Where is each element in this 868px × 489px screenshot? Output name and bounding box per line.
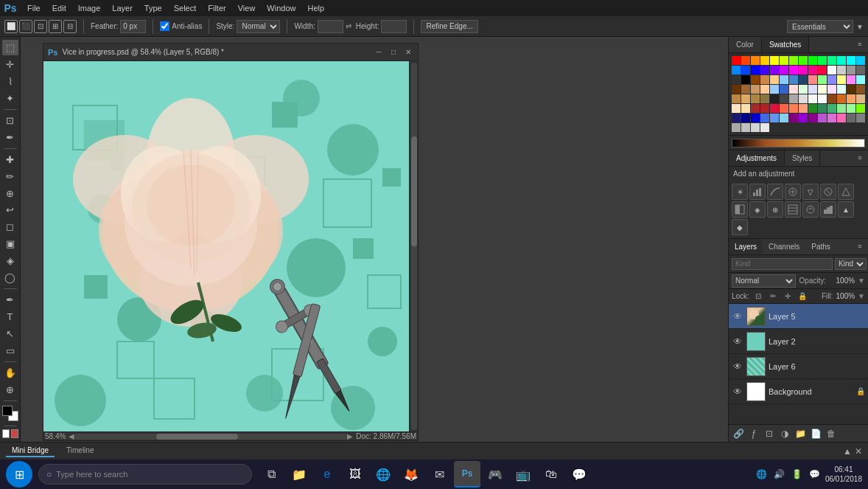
adjustments-panel-menu-btn[interactable]: ≡ (855, 153, 865, 163)
color-tab[interactable]: Color (729, 37, 762, 52)
swatch-17[interactable] (760, 66, 769, 74)
lasso-tool-btn[interactable]: ⌇ (2, 74, 18, 89)
swatch-32[interactable] (770, 75, 779, 84)
swatch-70[interactable] (732, 104, 741, 113)
add-mask-btn[interactable]: ⊡ (763, 427, 776, 440)
swatch-79[interactable] (818, 104, 827, 113)
swatch-97[interactable] (856, 114, 865, 122)
swatch-98[interactable] (732, 123, 741, 132)
taskbar-task-view[interactable]: ⧉ (258, 461, 284, 488)
foreground-color[interactable] (2, 406, 13, 416)
taskbar-media[interactable]: 📺 (510, 461, 536, 488)
swatch-37[interactable] (818, 75, 827, 84)
taskbar-clock[interactable]: 06:41 06/01/2018 (825, 465, 862, 484)
menu-filter[interactable]: Filter (203, 2, 231, 14)
layer-item-layer6[interactable]: 👁 Layer 6 (729, 354, 868, 379)
swatch-14[interactable] (732, 66, 741, 74)
status-expand-btn[interactable]: ✕ (855, 446, 862, 457)
swatch-78[interactable] (808, 104, 817, 113)
layer-item-layer2[interactable]: 👁 Layer 2 (729, 329, 868, 354)
taskbar-network-icon[interactable]: 🌐 (755, 461, 769, 488)
new-layer-btn[interactable]: 📄 (809, 427, 822, 440)
path-tool-btn[interactable]: ↖ (2, 326, 18, 341)
swatch-100[interactable] (751, 123, 760, 132)
swatch-83[interactable] (856, 104, 865, 113)
pen-tool-btn[interactable]: ✒ (2, 292, 18, 308)
healing-tool-btn[interactable]: ✚ (2, 152, 18, 167)
history-tool-btn[interactable]: ↩ (2, 202, 18, 218)
marquee-tool-btn[interactable]: ⬚ (2, 40, 18, 55)
start-button[interactable]: ⊞ (6, 461, 32, 488)
swatch-33[interactable] (780, 75, 788, 84)
shape-tool-btn[interactable]: ▭ (2, 343, 18, 358)
channelmixer-adj[interactable]: ⊕ (767, 201, 783, 218)
layers-panel-menu-btn[interactable]: ≡ (855, 241, 865, 252)
swatch-64[interactable] (808, 94, 817, 103)
menu-window[interactable]: Window (262, 2, 301, 14)
swatch-16[interactable] (751, 66, 760, 74)
shape-option-rect[interactable]: ⬜ (4, 20, 18, 33)
taskbar-chrome[interactable]: 🌐 (370, 461, 396, 488)
swatch-21[interactable] (799, 66, 808, 74)
huesat-adj[interactable] (820, 184, 836, 200)
taskbar-file-explorer[interactable]: 📁 (286, 461, 312, 488)
posterize-adj[interactable] (820, 201, 836, 218)
swatch-36[interactable] (808, 75, 817, 84)
refine-edge-button[interactable]: Refine Edge... (421, 20, 477, 33)
swatch-31[interactable] (760, 75, 769, 84)
swatch-29[interactable] (741, 75, 750, 84)
link-layers-btn[interactable]: 🔗 (732, 427, 745, 440)
swatches-tab[interactable]: Swatches (762, 37, 809, 52)
document-hscroll[interactable]: 58.4% ◀ ▶ Doc: 2.86M/7.56M (43, 431, 418, 440)
taskbar-chat[interactable]: 💬 (566, 461, 592, 488)
brightness-adj[interactable]: ☀ (732, 184, 748, 200)
taskbar-store[interactable]: 🛍 (538, 461, 564, 488)
taskbar-search-box[interactable]: ○ Type here to search (38, 464, 252, 485)
swatch-82[interactable] (847, 104, 855, 113)
colorbalance-adj[interactable] (838, 184, 854, 200)
color-panel-menu-btn[interactable]: ≡ (855, 39, 865, 49)
vscroll-thumb[interactable] (411, 136, 417, 246)
swatch-13[interactable] (856, 56, 865, 65)
hand-tool-btn[interactable]: ✋ (2, 365, 18, 381)
adjustments-tab[interactable]: Adjustments (729, 150, 785, 166)
swatch-30[interactable] (751, 75, 760, 84)
swatch-95[interactable] (837, 114, 846, 122)
swatch-67[interactable] (837, 94, 846, 103)
shape-option-aspect[interactable]: ⊟ (63, 20, 77, 33)
swatch-87[interactable] (760, 114, 769, 122)
swatch-90[interactable] (789, 114, 798, 122)
width-input[interactable] (318, 20, 343, 33)
swatch-77[interactable] (799, 104, 808, 113)
styles-tab[interactable]: Styles (785, 150, 820, 166)
swatch-35[interactable] (799, 75, 808, 84)
swatch-62[interactable] (789, 94, 798, 103)
swatch-58[interactable] (751, 94, 760, 103)
paths-tab[interactable]: Paths (805, 239, 836, 254)
shape-option-fixed[interactable]: ⊡ (34, 20, 47, 33)
swatch-63[interactable] (799, 94, 808, 103)
swatch-12[interactable] (847, 56, 855, 65)
swatch-47[interactable] (780, 85, 788, 94)
blend-mode-select[interactable]: Normal (732, 274, 796, 288)
blur-tool-btn[interactable]: ◈ (2, 253, 18, 268)
swatch-25[interactable] (837, 66, 846, 74)
menu-layer[interactable]: Layer (107, 2, 138, 14)
scroll-left-icon[interactable]: ◀ (69, 432, 74, 440)
swatch-88[interactable] (770, 114, 779, 122)
swatch-22[interactable] (808, 66, 817, 74)
swatch-55[interactable] (856, 85, 865, 94)
swatch-51[interactable] (818, 85, 827, 94)
taskbar-photos[interactable]: 🖼 (342, 461, 368, 488)
lock-image-btn[interactable]: ✏ (767, 291, 779, 302)
taskbar-battery-icon[interactable]: 🔋 (790, 461, 805, 488)
swatch-5[interactable] (780, 56, 788, 65)
swatch-94[interactable] (827, 114, 836, 122)
taskbar-game[interactable]: 🎮 (482, 461, 508, 488)
swatch-34[interactable] (789, 75, 798, 84)
layer5-visibility-btn[interactable]: 👁 (732, 311, 743, 322)
swatch-86[interactable] (751, 114, 760, 122)
swatch-6[interactable] (789, 56, 798, 65)
layer-item-background[interactable]: 👁 Background 🔒 (729, 379, 868, 404)
photofilter-adj[interactable]: ◈ (749, 201, 766, 218)
